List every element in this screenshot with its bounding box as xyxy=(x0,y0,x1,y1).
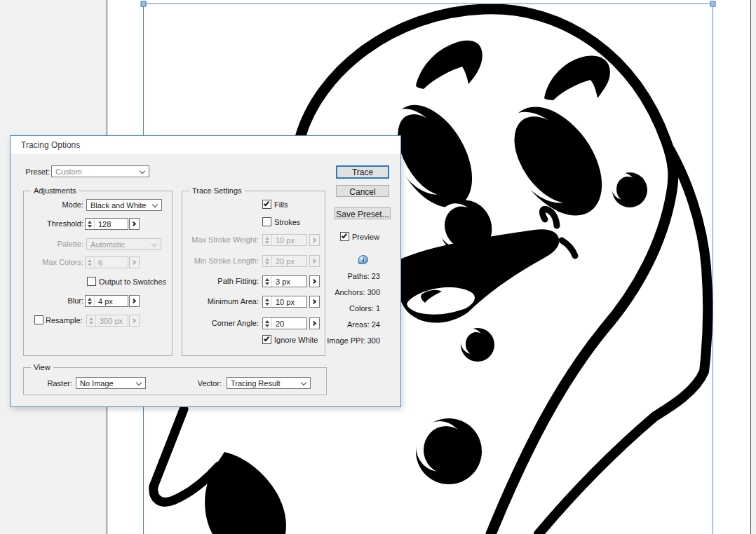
min-stroke-length-slider-button xyxy=(309,255,320,267)
chevron-right-icon xyxy=(311,299,316,304)
spin-up-icon[interactable] xyxy=(265,278,269,281)
vector-dropdown[interactable]: Tracing Result xyxy=(227,377,311,389)
threshold-spinner[interactable]: 128 xyxy=(85,218,128,230)
check-icon xyxy=(342,233,347,239)
trace-settings-group: Trace Settings xyxy=(182,191,325,356)
chevron-right-icon xyxy=(311,238,316,242)
threshold-label: Threshold: xyxy=(16,219,83,228)
chevron-down-icon xyxy=(301,380,306,385)
stat-colors: Colors: 1 xyxy=(349,304,380,313)
chevron-down-icon xyxy=(151,241,157,247)
small-chest-dot xyxy=(461,328,494,362)
resample-label: Resample: xyxy=(46,316,83,324)
spin-up-icon xyxy=(89,317,93,320)
chevron-right-icon xyxy=(131,260,136,265)
minimum-area-spinner[interactable]: 10 px xyxy=(262,296,307,308)
resample-slider-button xyxy=(129,315,140,327)
right-cheek-dot xyxy=(612,172,647,207)
mode-dropdown[interactable]: Black and White xyxy=(86,199,162,211)
blur-label: Blur: xyxy=(16,296,83,305)
foot-mass xyxy=(205,452,286,534)
max-stroke-weight-label: Max Stroke Weight: xyxy=(183,235,259,244)
palette-label: Palette: xyxy=(16,240,83,248)
spin-down-icon[interactable] xyxy=(265,324,269,327)
chevron-down-icon xyxy=(136,380,142,385)
threshold-slider-button[interactable] xyxy=(129,218,140,230)
spin-down-icon[interactable] xyxy=(265,303,269,306)
preview-label: Preview xyxy=(352,233,379,241)
cancel-button[interactable]: Cancel xyxy=(336,185,389,197)
corner-angle-spinner[interactable]: 20 xyxy=(262,317,307,329)
adjustments-group: Adjustments xyxy=(23,191,173,356)
spin-up-icon[interactable] xyxy=(88,298,92,301)
info-icon: i xyxy=(358,255,368,264)
spin-down-icon xyxy=(89,322,93,324)
max-colors-slider-button xyxy=(129,256,140,268)
strokes-checkbox[interactable] xyxy=(262,217,271,226)
corner-angle-slider-button[interactable] xyxy=(309,317,320,329)
spin-up-icon xyxy=(265,258,269,261)
illustrator-canvas: Tracing Options Preset: Custom Trace Can… xyxy=(0,0,756,534)
preset-dropdown[interactable]: Custom xyxy=(51,165,149,177)
selection-handle-top-left[interactable] xyxy=(141,1,146,6)
stat-anchors: Anchors: 300 xyxy=(335,288,380,296)
fills-label: Fills xyxy=(274,200,288,209)
path-fitting-spinner[interactable]: 3 px xyxy=(262,275,307,287)
mouth-corner-tick xyxy=(562,240,575,256)
preview-checkbox[interactable] xyxy=(340,232,349,241)
max-stroke-weight-slider-button xyxy=(309,234,320,246)
spin-up-icon xyxy=(88,259,92,262)
min-stroke-length-label: Min Stroke Length: xyxy=(183,256,259,265)
save-preset-button[interactable]: Save Preset... xyxy=(335,207,391,219)
spin-down-icon xyxy=(265,262,269,265)
spin-down-icon[interactable] xyxy=(88,225,92,228)
max-colors-spinner: 6 xyxy=(85,256,128,268)
check-icon xyxy=(264,200,269,207)
ignore-white-checkbox[interactable] xyxy=(262,335,271,344)
blur-slider-button[interactable] xyxy=(129,295,140,307)
tracing-options-dialog: Tracing Options Preset: Custom Trace Can… xyxy=(10,135,401,407)
stat-paths: Paths: 23 xyxy=(348,272,381,280)
blur-spinner[interactable]: 4 px xyxy=(85,295,128,307)
output-to-swatches-checkbox[interactable] xyxy=(87,277,96,286)
spin-down-icon xyxy=(88,263,92,266)
chevron-right-icon xyxy=(311,279,316,284)
max-colors-label: Max Colors: xyxy=(16,258,83,266)
mouth-corner-flourish xyxy=(542,209,557,226)
selection-handle-top-right[interactable] xyxy=(710,1,715,6)
chevron-down-icon xyxy=(152,202,158,207)
minimum-area-label: Minimum Area: xyxy=(183,297,259,306)
mode-label: Mode: xyxy=(16,200,83,209)
leg-line xyxy=(154,409,184,486)
dialog-titlebar[interactable]: Tracing Options xyxy=(11,136,400,154)
check-icon xyxy=(264,336,269,342)
path-fitting-slider-button[interactable] xyxy=(309,275,320,287)
resample-spinner: 300 px xyxy=(86,315,128,327)
chevron-down-icon xyxy=(140,168,145,174)
spin-down-icon xyxy=(265,241,269,244)
raster-dropdown[interactable]: No Image xyxy=(76,377,146,389)
spin-up-icon[interactable] xyxy=(88,221,92,224)
output-to-swatches-label: Output to Swatches xyxy=(99,278,166,286)
corner-angle-label: Corner Angle: xyxy=(183,319,259,327)
path-fitting-label: Path Fitting: xyxy=(183,277,259,285)
left-eyebrow xyxy=(416,41,482,89)
chevron-right-icon xyxy=(131,221,136,226)
vector-label: Vector: xyxy=(186,379,222,388)
preset-label: Preset: xyxy=(23,167,50,176)
chevron-right-icon xyxy=(311,321,316,326)
spin-up-icon xyxy=(265,237,269,240)
big-chest-dot xyxy=(416,418,482,484)
ignore-white-label: Ignore White xyxy=(274,336,318,344)
spin-down-icon[interactable] xyxy=(88,302,92,305)
resample-checkbox[interactable] xyxy=(34,315,43,324)
trace-button[interactable]: Trace xyxy=(336,165,389,179)
spin-up-icon[interactable] xyxy=(265,320,269,323)
spin-down-icon[interactable] xyxy=(265,282,269,285)
chevron-right-icon xyxy=(131,299,136,303)
fills-checkbox[interactable] xyxy=(262,200,271,209)
minimum-area-slider-button[interactable] xyxy=(309,296,320,308)
max-stroke-weight-spinner: 10 px xyxy=(262,234,307,246)
right-eyebrow xyxy=(544,56,610,100)
spin-up-icon[interactable] xyxy=(265,299,269,301)
